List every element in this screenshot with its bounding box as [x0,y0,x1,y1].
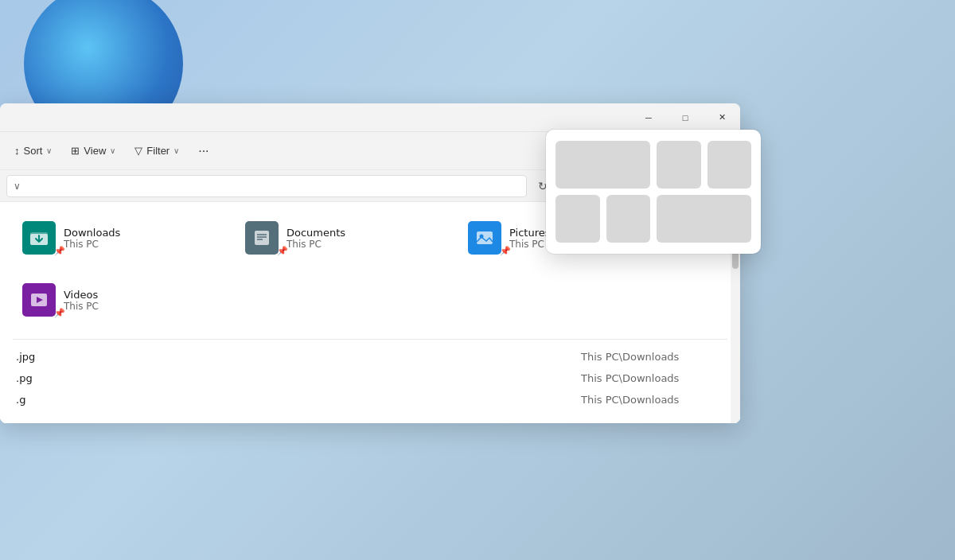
snap-cell-5[interactable] [606,195,651,243]
videos-pin-icon: 📌 [54,308,65,318]
sort-label: Sort [24,145,43,157]
address-chevron-icon: ∨ [14,181,21,192]
folder-documents[interactable]: Documents This PC 📌 [236,215,458,261]
recent-files: .jpg This PC\Downloads .pg This PC\Downl… [13,346,727,410]
recent-file-2-name: .pg [16,372,581,384]
filter-label: Filter [146,145,170,157]
filter-caret: ∨ [173,146,179,155]
recent-file-1-path: This PC\Downloads [581,351,724,363]
filter-icon: ▽ [134,145,142,157]
recent-file-3-path: This PC\Downloads [581,394,724,406]
snap-cell-1[interactable] [555,141,650,189]
documents-pin-icon: 📌 [277,246,288,256]
downloads-icon [22,221,56,255]
view-icon: ⊞ [71,145,80,157]
snap-layout-popup [546,130,761,254]
folders-grid-2: Videos This PC 📌 [13,277,727,323]
svg-rect-2 [255,231,269,245]
svg-rect-6 [477,231,493,244]
view-label: View [84,145,106,157]
view-caret: ∨ [110,146,115,155]
recent-file-1[interactable]: .jpg This PC\Downloads [13,346,727,368]
filter-button[interactable]: ▽ Filter ∨ [127,140,187,161]
downloads-sub: This PC [64,239,226,250]
videos-icon [22,283,56,317]
recent-file-2[interactable]: .pg This PC\Downloads [13,368,727,389]
recent-file-2-path: This PC\Downloads [581,372,724,384]
close-button[interactable]: ✕ [704,103,740,132]
sort-button[interactable]: ↕ Sort ∨ [6,140,60,161]
documents-name: Documents [286,227,449,239]
title-bar: ─ □ ✕ [0,103,740,132]
address-bar[interactable]: ∨ [6,175,527,197]
sort-caret: ∨ [46,146,52,155]
documents-info: Documents This PC [286,227,449,250]
videos-info: Videos This PC [64,289,226,312]
maximize-button[interactable]: □ [667,103,704,132]
view-button[interactable]: ⊞ View ∨ [63,140,123,161]
videos-sub: This PC [64,301,226,312]
recent-file-1-name: .jpg [16,351,581,363]
pictures-icon [468,221,501,255]
downloads-pin-icon: 📌 [54,246,65,256]
videos-name: Videos [64,289,226,301]
recent-file-3-name: .g [16,394,581,406]
section-divider [13,339,727,340]
sort-icon: ↕ [14,145,20,157]
snap-cell-6[interactable] [657,195,751,243]
documents-sub: This PC [286,239,449,250]
snap-cell-2[interactable] [657,141,701,189]
more-button[interactable]: ··· [190,139,216,163]
minimize-button[interactable]: ─ [630,103,667,132]
downloads-info: Downloads This PC [64,227,226,250]
recent-file-3[interactable]: .g This PC\Downloads [13,389,727,410]
folder-downloads[interactable]: Downloads This PC 📌 [13,215,236,261]
snap-cell-4[interactable] [555,195,600,243]
downloads-name: Downloads [64,227,226,239]
folder-videos[interactable]: Videos This PC 📌 [13,277,236,323]
snap-cell-3[interactable] [707,141,752,189]
documents-icon [245,221,279,255]
window-controls: ─ □ ✕ [630,103,740,132]
pictures-pin-icon: 📌 [500,246,511,256]
